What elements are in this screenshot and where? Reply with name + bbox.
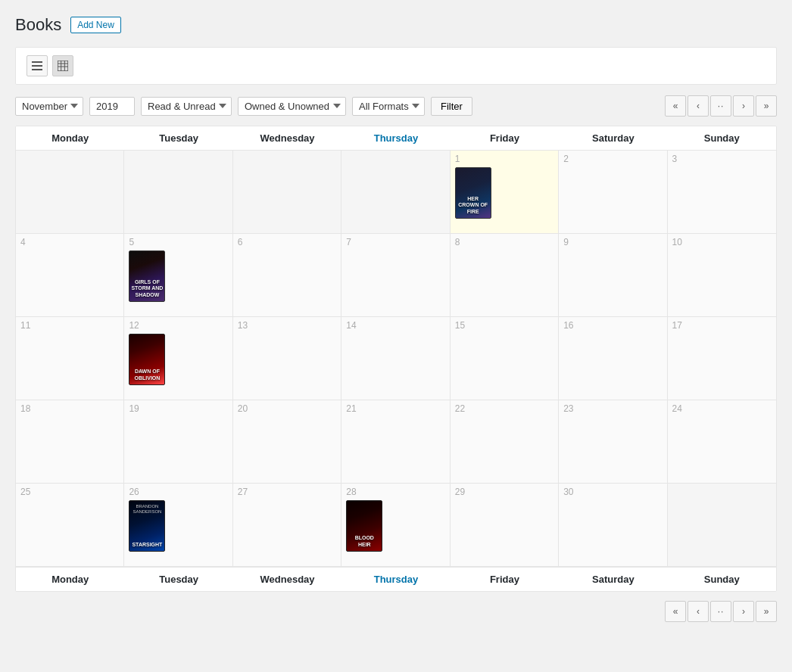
bottom-nav-buttons: « ‹ ·· › » bbox=[15, 601, 777, 622]
cal-cell-12[interactable]: 12 DAWN OF OBLIVION bbox=[124, 317, 232, 400]
cal-cell-6: 6 bbox=[233, 234, 341, 317]
filters-bar: November Read & Unread Owned & Unowned A… bbox=[15, 95, 777, 117]
day-num-2: 2 bbox=[563, 154, 662, 164]
day-num-7: 7 bbox=[346, 237, 444, 247]
nav-next-button[interactable]: › bbox=[733, 95, 754, 117]
footer-wednesday: Wednesday bbox=[233, 568, 341, 591]
day-num-19: 19 bbox=[129, 403, 227, 414]
day-num-27: 27 bbox=[238, 487, 336, 497]
ownership-filter[interactable]: Owned & Unowned bbox=[238, 97, 346, 116]
footer-monday: Monday bbox=[16, 568, 124, 591]
year-filter[interactable] bbox=[89, 97, 135, 116]
day-num-24: 24 bbox=[672, 403, 772, 414]
cal-cell-empty bbox=[124, 151, 232, 234]
footer-saturday: Saturday bbox=[559, 568, 667, 591]
cal-cell-empty bbox=[233, 151, 341, 234]
header-sunday: Sunday bbox=[668, 126, 776, 150]
page-title: Books bbox=[15, 15, 61, 35]
calendar-week-2: 4 5 GIRLS OF STORM AND SHADOW 6 7 8 9 10 bbox=[16, 234, 776, 317]
cal-cell-28[interactable]: 28 BLOOD HEIR bbox=[341, 484, 450, 567]
cal-cell-22: 22 bbox=[451, 400, 559, 484]
list-icon-svg bbox=[32, 61, 42, 70]
bottom-nav-dots-button[interactable]: ·· bbox=[710, 601, 731, 622]
day-num-23: 23 bbox=[563, 403, 662, 414]
day-num-3: 3 bbox=[672, 154, 772, 164]
cal-cell-3: 3 bbox=[668, 151, 776, 234]
cal-cell-5[interactable]: 5 GIRLS OF STORM AND SHADOW bbox=[124, 234, 232, 317]
day-num-13: 13 bbox=[238, 320, 336, 331]
cal-cell-1[interactable]: 1 HER CROWN OF FIRE bbox=[451, 151, 559, 234]
nav-prev-button[interactable]: ‹ bbox=[688, 95, 709, 117]
book-cover-dawn-oblivion[interactable]: DAWN OF OBLIVION bbox=[129, 334, 165, 385]
filter-button[interactable]: Filter bbox=[431, 97, 472, 116]
footer-tuesday: Tuesday bbox=[124, 568, 232, 591]
footer-sunday: Sunday bbox=[668, 568, 776, 591]
day-num-26: 26 bbox=[129, 487, 227, 497]
day-num-25: 25 bbox=[20, 487, 119, 497]
day-num-9: 9 bbox=[563, 237, 662, 247]
day-num-22: 22 bbox=[455, 403, 553, 414]
cal-cell-empty bbox=[341, 151, 450, 234]
bottom-nav-first-button[interactable]: « bbox=[665, 601, 686, 622]
day-num-30: 30 bbox=[563, 487, 662, 497]
read-status-filter[interactable]: Read & Unread bbox=[141, 97, 232, 116]
cal-cell-10: 10 bbox=[668, 234, 776, 317]
header-thursday: Thursday bbox=[341, 126, 450, 150]
cal-cell-7: 7 bbox=[341, 234, 450, 317]
nav-first-button[interactable]: « bbox=[665, 95, 686, 117]
cal-cell-4: 4 bbox=[16, 234, 124, 317]
cal-cell-empty bbox=[16, 151, 124, 234]
page-header: Books Add New bbox=[15, 15, 777, 35]
day-num-14: 14 bbox=[346, 320, 444, 331]
month-filter[interactable]: November bbox=[15, 97, 83, 116]
cal-cell-11: 11 bbox=[16, 317, 124, 400]
cal-cell-14: 14 bbox=[341, 317, 450, 400]
bottom-nav-last-button[interactable]: » bbox=[756, 601, 777, 622]
book-cover-girls-storm[interactable]: GIRLS OF STORM AND SHADOW bbox=[129, 250, 165, 302]
cal-cell-17: 17 bbox=[668, 317, 776, 400]
top-nav-buttons: « ‹ ·· › » bbox=[665, 95, 777, 117]
day-num-18: 18 bbox=[20, 403, 119, 414]
nav-dots-button[interactable]: ·· bbox=[710, 95, 731, 117]
day-num-15: 15 bbox=[455, 320, 553, 331]
calendar-header-row: Monday Tuesday Wednesday Thursday Friday… bbox=[16, 126, 776, 151]
day-num-6: 6 bbox=[238, 237, 336, 247]
format-filter[interactable]: All Formats bbox=[352, 97, 425, 116]
calendar-view-icon[interactable] bbox=[52, 55, 73, 76]
day-num-11: 11 bbox=[20, 320, 119, 331]
footer-thursday: Thursday bbox=[341, 568, 450, 591]
header-wednesday: Wednesday bbox=[233, 126, 341, 150]
cal-cell-13: 13 bbox=[233, 317, 341, 400]
cal-cell-24: 24 bbox=[668, 400, 776, 484]
cal-cell-19: 19 bbox=[124, 400, 232, 484]
day-num-10: 10 bbox=[672, 237, 772, 247]
calendar-week-3: 11 12 DAWN OF OBLIVION 13 14 15 16 17 bbox=[16, 317, 776, 400]
day-num-20: 20 bbox=[238, 403, 336, 414]
nav-last-button[interactable]: » bbox=[756, 95, 777, 117]
calendar-wrap: Monday Tuesday Wednesday Thursday Friday… bbox=[15, 126, 777, 592]
day-num-8: 8 bbox=[455, 237, 553, 247]
bottom-nav-prev-button[interactable]: ‹ bbox=[688, 601, 709, 622]
cal-cell-20: 20 bbox=[233, 400, 341, 484]
book-cover-starsight[interactable]: BRANDON SANDERSON STARSIGHT bbox=[129, 500, 165, 552]
book-cover-blood-heir[interactable]: BLOOD HEIR bbox=[346, 500, 382, 552]
cal-cell-23: 23 bbox=[559, 400, 667, 484]
header-monday: Monday bbox=[16, 126, 124, 150]
cal-cell-15: 15 bbox=[451, 317, 559, 400]
list-view-icon[interactable] bbox=[27, 55, 48, 76]
header-saturday: Saturday bbox=[559, 126, 667, 150]
cal-cell-21: 21 bbox=[341, 400, 450, 484]
page-wrap: Books Add New November R bbox=[0, 0, 792, 637]
book-cover-her-crown[interactable]: HER CROWN OF FIRE bbox=[455, 167, 491, 219]
cal-cell-26[interactable]: 26 BRANDON SANDERSON STARSIGHT bbox=[124, 484, 232, 567]
bottom-nav-next-button[interactable]: › bbox=[733, 601, 754, 622]
cal-cell-2: 2 bbox=[559, 151, 667, 234]
view-toggle-bar bbox=[15, 47, 777, 85]
day-num-5: 5 bbox=[129, 237, 227, 247]
day-num-21: 21 bbox=[346, 403, 444, 414]
svg-rect-0 bbox=[32, 61, 42, 63]
add-new-button[interactable]: Add New bbox=[70, 17, 121, 33]
header-friday: Friday bbox=[451, 126, 559, 150]
day-num-4: 4 bbox=[20, 237, 119, 247]
cal-cell-9: 9 bbox=[559, 234, 667, 317]
